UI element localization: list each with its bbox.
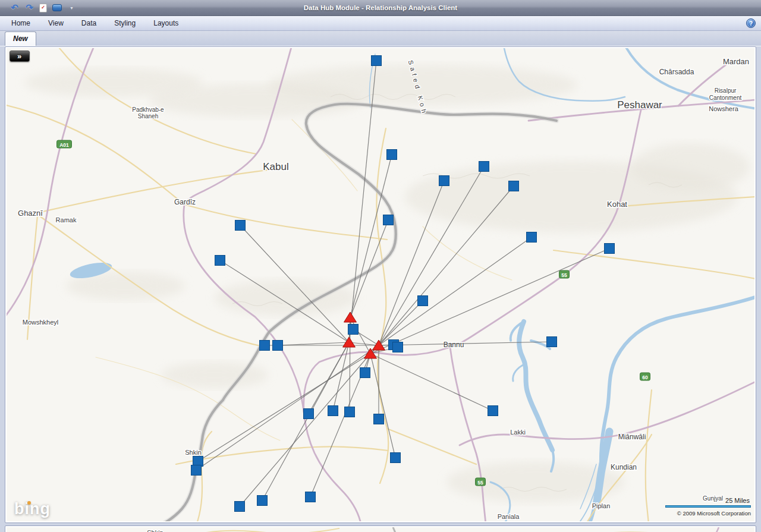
- entity-node-square[interactable]: [418, 296, 428, 306]
- entity-node-square[interactable]: [345, 407, 355, 417]
- menu-view[interactable]: View: [39, 17, 73, 30]
- map-label: Chārsadda: [659, 68, 694, 76]
- map-label: Ramak: [56, 216, 77, 223]
- copyright-text: © 2009 Microsoft Corporation: [662, 510, 751, 517]
- entity-node-square[interactable]: [527, 232, 537, 243]
- title-bar: ↶ ↷ ✓ ▾ Data Hub Module - Relationship A…: [0, 0, 761, 16]
- map-label: Mowshkheyl: [23, 319, 59, 326]
- entity-node-square[interactable]: [374, 414, 384, 424]
- entity-node-square[interactable]: [391, 453, 401, 463]
- qat-dropdown-icon[interactable]: ▾: [67, 3, 77, 13]
- entity-node-square[interactable]: [191, 465, 202, 476]
- menu-layouts[interactable]: Layouts: [144, 17, 187, 30]
- entity-node-square[interactable]: [304, 409, 314, 419]
- svg-text:55: 55: [477, 480, 483, 486]
- map-label: Mardan: [723, 57, 749, 66]
- svg-text:A01: A01: [59, 142, 69, 148]
- map-label: Bannu: [444, 341, 464, 349]
- export-icon[interactable]: [52, 3, 62, 13]
- undo-icon[interactable]: ↶: [10, 3, 20, 13]
- svg-text:55: 55: [561, 272, 567, 278]
- collapse-panel-button[interactable]: »: [10, 51, 30, 62]
- entity-node-square[interactable]: [547, 337, 557, 347]
- secondary-map: Shkin: [7, 527, 754, 532]
- map-label: Cantonment: [709, 95, 742, 101]
- scale-bar: [665, 505, 751, 508]
- entity-node-square[interactable]: [328, 406, 338, 416]
- scale-label: 25 Miles: [662, 497, 751, 504]
- entity-node-square[interactable]: [260, 341, 270, 351]
- entity-node-square[interactable]: [235, 502, 245, 512]
- entity-node-square[interactable]: [439, 176, 449, 186]
- bing-logo: bing: [14, 500, 51, 518]
- check-glyph: ✓: [41, 6, 45, 10]
- map-label: Padkhvab-e: [132, 106, 164, 113]
- entity-node-square[interactable]: [387, 150, 397, 160]
- map-label: Shaneh: [138, 113, 158, 119]
- entity-node-square[interactable]: [257, 496, 268, 506]
- entity-node-square[interactable]: [273, 341, 283, 351]
- map-label: Kohat: [607, 200, 627, 209]
- bing-map[interactable]: A01555560 KabulPeshawarMardanChārsaddaRi…: [7, 48, 754, 521]
- map-label: Peshawar: [617, 99, 662, 111]
- entity-node-square[interactable]: [479, 162, 489, 172]
- menu-bar: Home View Data Styling Layouts ?: [0, 16, 761, 31]
- entity-node-square[interactable]: [488, 406, 498, 416]
- map-label: Risalpur: [715, 87, 737, 94]
- help-icon[interactable]: ?: [746, 18, 756, 28]
- map-label: Kundian: [611, 463, 637, 471]
- map-label: Kabul: [263, 161, 288, 172]
- route-shield: 60: [640, 373, 650, 380]
- entity-node-square[interactable]: [509, 181, 519, 191]
- menu-home[interactable]: Home: [2, 17, 39, 30]
- tab-strip: New: [0, 31, 761, 46]
- redo-icon[interactable]: ↷: [24, 3, 34, 13]
- entity-node-square[interactable]: [348, 325, 359, 335]
- map-label: Miānwāli: [618, 433, 646, 441]
- secondary-map-pane[interactable]: Shkin: [5, 525, 756, 532]
- validate-tasks-icon[interactable]: ✓: [39, 4, 47, 12]
- map-canvas[interactable]: A01555560 KabulPeshawarMardanChārsaddaRi…: [7, 48, 754, 521]
- entity-node-square[interactable]: [306, 492, 316, 502]
- bing-logo-text: bing: [14, 500, 51, 518]
- menu-data[interactable]: Data: [73, 17, 105, 30]
- route-shield: 55: [559, 270, 570, 278]
- svg-text:60: 60: [642, 374, 648, 380]
- entity-node-square[interactable]: [605, 244, 615, 254]
- map-scale: 25 Miles © 2009 Microsoft Corporation: [662, 497, 751, 517]
- entity-node-square[interactable]: [193, 457, 203, 467]
- bing-logo-dot: [27, 501, 31, 505]
- entity-node-square[interactable]: [360, 368, 370, 378]
- map-label: Ghaznī: [18, 209, 43, 218]
- map-label: Nowshera: [709, 105, 738, 112]
- route-shield: A01: [57, 140, 72, 148]
- tab-new[interactable]: New: [5, 32, 36, 46]
- map-label: Paniala: [498, 513, 520, 520]
- quick-access-toolbar: ↶ ↷ ✓ ▾: [10, 3, 77, 13]
- map-label: Shkin: [185, 449, 202, 456]
- entity-node-square[interactable]: [393, 342, 403, 352]
- entity-node-square[interactable]: [235, 221, 246, 231]
- route-shield: 55: [476, 478, 486, 486]
- entity-node-square[interactable]: [372, 56, 382, 66]
- export-icon-shape: [52, 4, 62, 11]
- map-label: Gardīz: [174, 198, 196, 206]
- entity-node-square[interactable]: [383, 215, 394, 225]
- window-title: Data Hub Module - Relationship Analysis …: [0, 4, 761, 11]
- menu-styling[interactable]: Styling: [105, 17, 144, 30]
- map-label: Piplan: [592, 502, 611, 509]
- secondary-map-label: Shkin: [147, 530, 163, 532]
- entity-node-square[interactable]: [215, 256, 225, 266]
- map-label: Lakki: [510, 429, 526, 436]
- map-panel: A01555560 KabulPeshawarMardanChārsaddaRi…: [5, 46, 756, 523]
